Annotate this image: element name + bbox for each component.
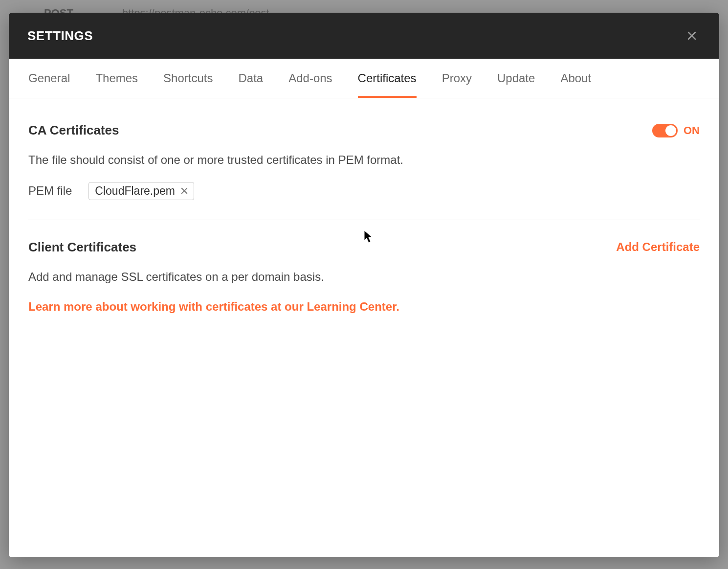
- pem-file-row: PEM file CloudFlare.pem: [28, 182, 700, 200]
- client-description: Add and manage SSL certificates on a per…: [28, 269, 700, 285]
- ca-section-header: CA Certificates ON: [28, 123, 700, 138]
- ca-certificates-section: CA Certificates ON The file should consi…: [28, 123, 700, 220]
- tab-data[interactable]: Data: [238, 59, 263, 98]
- close-icon: [686, 30, 698, 42]
- tab-addons[interactable]: Add-ons: [288, 59, 332, 98]
- client-certificates-section: Client Certificates Add Certificate Add …: [28, 240, 700, 335]
- modal-title: SETTINGS: [27, 28, 93, 44]
- tab-about[interactable]: About: [560, 59, 591, 98]
- settings-tabs: General Themes Shortcuts Data Add-ons Ce…: [9, 59, 719, 98]
- settings-modal: SETTINGS General Themes Shortcuts Data A…: [9, 13, 719, 557]
- toggle-knob: [665, 125, 676, 136]
- section-divider: [28, 220, 700, 220]
- tab-general[interactable]: General: [28, 59, 70, 98]
- pem-file-chip[interactable]: CloudFlare.pem: [88, 182, 194, 200]
- modal-header: SETTINGS: [9, 13, 719, 59]
- pem-file-label: PEM file: [28, 184, 72, 198]
- ca-description: The file should consist of one or more t…: [28, 152, 700, 168]
- learn-more-link[interactable]: Learn more about working with certificat…: [28, 298, 700, 315]
- client-section-header: Client Certificates Add Certificate: [28, 240, 700, 255]
- ca-section-title: CA Certificates: [28, 123, 119, 138]
- ca-toggle[interactable]: [652, 124, 678, 137]
- tab-update[interactable]: Update: [497, 59, 535, 98]
- pem-filename: CloudFlare.pem: [95, 184, 175, 198]
- tab-proxy[interactable]: Proxy: [442, 59, 472, 98]
- remove-pem-button[interactable]: [180, 186, 189, 195]
- settings-content: CA Certificates ON The file should consi…: [9, 98, 719, 557]
- ca-toggle-wrap: ON: [652, 124, 700, 137]
- x-icon: [180, 186, 189, 195]
- ca-toggle-label: ON: [684, 124, 700, 137]
- tab-certificates[interactable]: Certificates: [358, 59, 417, 98]
- tab-shortcuts[interactable]: Shortcuts: [163, 59, 213, 98]
- close-button[interactable]: [683, 27, 701, 45]
- add-certificate-button[interactable]: Add Certificate: [616, 240, 700, 254]
- tab-themes[interactable]: Themes: [95, 59, 138, 98]
- client-section-title: Client Certificates: [28, 240, 136, 255]
